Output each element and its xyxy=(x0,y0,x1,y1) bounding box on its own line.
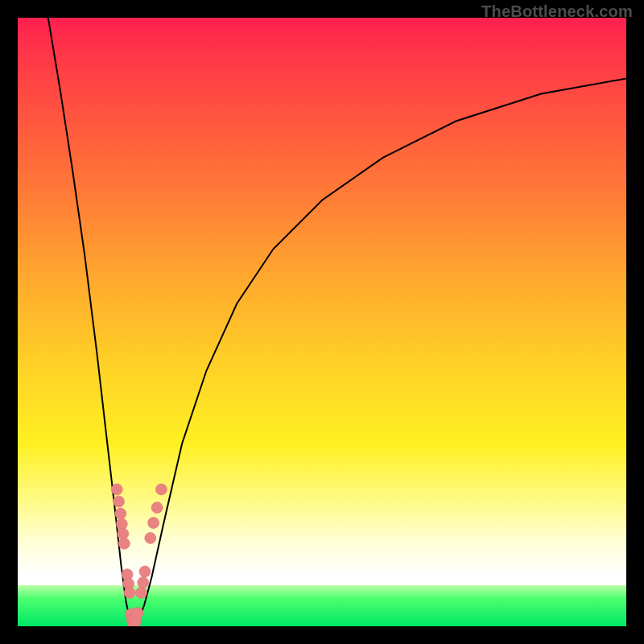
data-point xyxy=(115,508,126,519)
data-point xyxy=(136,587,147,598)
data-point xyxy=(116,518,127,530)
data-point xyxy=(155,484,167,495)
data-point xyxy=(114,496,125,507)
data-point xyxy=(148,518,159,529)
data-point xyxy=(145,532,156,543)
data-point xyxy=(118,538,130,549)
data-point xyxy=(118,528,129,539)
data-point xyxy=(151,502,163,514)
watermark-text: TheBottleneck.com xyxy=(481,2,633,21)
plot-area xyxy=(18,18,626,626)
data-point xyxy=(111,484,122,495)
data-point xyxy=(132,607,143,618)
data-point xyxy=(124,587,135,598)
data-point xyxy=(139,566,151,577)
data-point xyxy=(138,577,149,588)
chart-frame: TheBottleneck.com xyxy=(0,0,644,644)
curve-layer xyxy=(18,18,626,626)
curve-right-branch xyxy=(134,79,626,626)
